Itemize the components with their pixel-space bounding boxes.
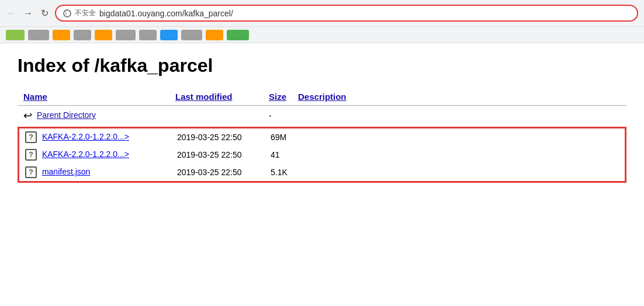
table-cell-desc [292,106,626,126]
browser-chrome: ← → ↻ i 不安全 bigdata01.ouyang.com/kafka_p… [0,0,644,43]
url-text: bigdata01.ouyang.com/kafka_parcel/ [99,9,630,18]
security-label: 不安全 [75,8,96,18]
reload-button[interactable]: ↻ [39,8,50,19]
highlighted-table: ? KAFKA-2.2.0-1.2.2.0...> 2019-03-25 22:… [19,128,625,181]
table-cell-desc [294,128,625,146]
file-link-kafka1[interactable]: KAFKA-2.2.0-1.2.2.0...> [42,132,129,141]
back-button[interactable]: ← [6,8,18,19]
svg-point-0 [64,10,71,17]
col-header-description[interactable]: Description [292,88,626,106]
table-header: Name Last modified Size Description [18,88,626,106]
browser-toolbar: ← → ↻ i 不安全 bigdata01.ouyang.com/kafka_p… [0,0,644,26]
table-cell-name: ↩ Parent Directory [18,106,169,126]
parent-directory-link[interactable]: Parent Directory [37,110,96,120]
file-icon: ? [25,131,37,143]
table-cell-modified: 2019-03-25 22:50 [171,164,265,181]
table-cell-desc [294,164,625,181]
bookmark-item[interactable] [95,30,112,40]
table-cell-desc [294,146,625,164]
bookmark-item[interactable] [160,30,178,40]
directory-table: Name Last modified Size Description ↩ Pa… [18,88,626,126]
file-link-kafka2[interactable]: KAFKA-2.2.0-1.2.2.0...> [42,149,129,159]
col-header-modified[interactable]: Last modified [169,88,263,106]
file-link-manifest[interactable]: manifest.json [42,167,90,176]
table-row: ? KAFKA-2.2.0-1.2.2.0...> 2019-03-25 22:… [19,128,625,146]
parent-dir-icon: ↩ [23,109,32,122]
bookmark-item[interactable] [206,30,223,40]
forward-button[interactable]: → [22,8,34,19]
col-header-size[interactable]: Size [263,88,292,106]
table-cell-size: 5.1K [265,164,294,181]
table-cell-size: - [263,106,292,126]
table-cell-name: ? KAFKA-2.2.0-1.2.2.0...> [19,128,171,146]
bookmark-item[interactable] [53,30,70,40]
table-cell-modified: 2019-03-25 22:50 [171,128,265,146]
table-cell-size: 41 [265,146,294,164]
file-icon: ? [25,166,37,178]
bookmark-item[interactable] [181,30,202,40]
bookmark-item[interactable] [74,30,91,40]
table-cell-modified: 2019-03-25 22:50 [171,146,265,164]
file-icon: ? [25,149,37,161]
table-row: ? KAFKA-2.2.0-1.2.2.0...> 2019-03-25 22:… [19,146,625,164]
page-content: Index of /kafka_parcel Name Last modifie… [0,43,644,196]
table-cell-modified [169,106,263,126]
bookmark-item[interactable] [28,30,49,40]
svg-text:i: i [65,11,67,16]
bookmark-item[interactable] [116,30,136,40]
table-cell-name: ? KAFKA-2.2.0-1.2.2.0...> [19,146,171,164]
highlighted-section: ? KAFKA-2.2.0-1.2.2.0...> 2019-03-25 22:… [18,127,626,183]
bookmark-item[interactable] [227,30,249,40]
bookmarks-bar [0,26,644,43]
page-title: Index of /kafka_parcel [18,55,626,76]
bookmark-item[interactable] [6,30,25,40]
address-bar[interactable]: i 不安全 bigdata01.ouyang.com/kafka_parcel/ [55,5,638,22]
table-cell-size: 69M [265,128,294,146]
table-cell-name: ? manifest.json [19,164,171,181]
lock-icon: i [63,9,71,18]
bookmark-item[interactable] [139,30,157,40]
table-row: ? manifest.json 2019-03-25 22:50 5.1K [19,164,625,181]
table-row: ↩ Parent Directory - [18,106,626,126]
col-header-name[interactable]: Name [18,88,169,106]
